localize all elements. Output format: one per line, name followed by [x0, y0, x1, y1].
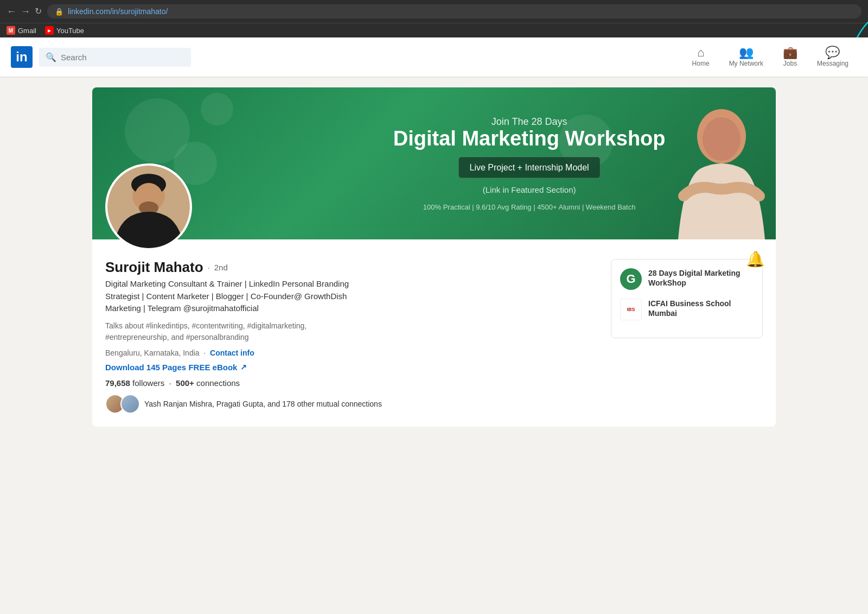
search-input[interactable] [61, 53, 184, 62]
location-text: Bengaluru, Karnataka, India [105, 349, 200, 357]
address-bar[interactable]: 🔒 linkedin.com/in/surojitmahato/ [47, 4, 861, 18]
bell-icon-container: 🔔 [746, 250, 765, 268]
external-link-icon: ↗ [240, 363, 247, 371]
banner-badge: Live Project + Internship Model [458, 156, 601, 178]
experience-item-1: G 28 Days Digital Marketing WorkShop [620, 268, 754, 290]
linkedin-logo[interactable]: in [11, 46, 33, 68]
exp-info-1: 28 Days Digital Marketing WorkShop [648, 268, 741, 288]
mutual-connections: Yash Ranjan Mishra, Pragati Gupta, and 1… [105, 394, 600, 414]
mutual-avatars [105, 394, 140, 414]
exp-info-2: ICFAI Business School Mumbai [648, 299, 731, 318]
profile-stats: 79,658 followers · 500+ connections [105, 378, 600, 388]
mutual-avatar-2 [120, 394, 140, 414]
nav-network[interactable]: 👥 My Network [720, 43, 772, 71]
nav-home[interactable]: ⌂ Home [684, 43, 718, 71]
bookmark-gmail[interactable]: M Gmail [7, 26, 36, 35]
profile-info-row: Surojit Mahato · 2nd Digital Marketing C… [105, 239, 763, 414]
refresh-button[interactable]: ↻ [35, 7, 42, 16]
profile-name: Surojit Mahato [105, 259, 203, 276]
exp-logo-1: G [620, 268, 642, 290]
network-label: My Network [729, 60, 763, 67]
profile-headline: Digital Marketing Consultant & Trainer |… [105, 278, 600, 315]
connection-degree: 2nd [214, 263, 228, 272]
followers-label: followers [132, 378, 164, 388]
profile-section: 🔔 [92, 239, 776, 427]
bookmark-youtube[interactable]: ▶ YouTube [45, 26, 84, 35]
exp-name-1: 28 Days Digital Marketing WorkShop [648, 268, 741, 288]
forward-button[interactable]: → [21, 7, 30, 16]
profile-name-container: Surojit Mahato · 2nd [105, 259, 600, 276]
messaging-label: Messaging [817, 60, 848, 67]
search-bar[interactable]: 🔍 [39, 48, 191, 67]
jobs-label: Jobs [783, 60, 797, 67]
exp-name-2: ICFAI Business School Mumbai [648, 299, 731, 318]
connection-badge: · [208, 263, 210, 272]
jobs-icon: 💼 [783, 47, 797, 59]
ebook-link[interactable]: Download 145 Pages FREE eBook ↗ [105, 363, 600, 372]
svg-point-2 [703, 117, 741, 161]
banner-subtitle: Join The 28 Days [393, 116, 666, 128]
browser-nav-buttons: ← → ↻ [7, 7, 42, 16]
followers-count: 79,658 [105, 378, 130, 388]
home-label: Home [692, 60, 710, 67]
exp-logo-2: IBS [620, 299, 642, 320]
url-text: linkedin.com/in/surojitmahato/ [68, 7, 854, 16]
main-content: Join The 28 Days Digital Marketing Works… [81, 77, 787, 427]
connections-count: 500+ [176, 378, 194, 388]
youtube-label: YouTube [56, 27, 84, 35]
contact-info-link[interactable]: Contact info [210, 349, 254, 357]
banner-link: (Link in Featured Section) [393, 185, 666, 194]
bell-icon[interactable]: 🔔 [746, 251, 765, 268]
profile-banner: Join The 28 Days Digital Marketing Works… [92, 87, 776, 239]
browser-chrome: ← → ↻ 🔒 linkedin.com/in/surojitmahato/ [0, 0, 868, 23]
nav-messaging[interactable]: 💬 Messaging [808, 43, 857, 71]
connections-label: connections [196, 378, 240, 388]
nav-items: ⌂ Home 👥 My Network 💼 Jobs 💬 Messaging [684, 43, 857, 71]
home-icon: ⌂ [697, 47, 704, 59]
nav-jobs[interactable]: 💼 Jobs [774, 43, 806, 71]
network-icon: 👥 [739, 47, 754, 59]
avatar [105, 163, 192, 250]
linkedin-navbar: in 🔍 ⌂ Home 👥 My Network 💼 Jobs 💬 Messag… [0, 37, 868, 77]
back-button[interactable]: ← [7, 7, 16, 16]
gmail-icon: M [7, 26, 15, 35]
lock-icon: 🔒 [55, 8, 63, 16]
search-icon: 🔍 [46, 52, 56, 62]
banner-title: Digital Marketing Workshop [393, 128, 666, 150]
bookmarks-bar: M Gmail ▶ YouTube [0, 23, 868, 37]
banner-stats: 100% Practical | 9.6/10 Avg Rating | 450… [393, 202, 666, 211]
avatar-svg [107, 166, 190, 248]
avatar-container [105, 163, 192, 250]
exp-logo-letter-1: G [626, 272, 635, 286]
gmail-label: Gmail [18, 27, 36, 35]
mutual-text: Yash Ranjan Mishra, Pragati Gupta, and 1… [144, 400, 382, 408]
profile-right: G 28 Days Digital Marketing WorkShop IBS… [611, 259, 763, 414]
ebook-link-text: Download 145 Pages FREE eBook [105, 363, 237, 372]
experience-card: G 28 Days Digital Marketing WorkShop IBS… [611, 259, 763, 338]
banner-person-image [667, 93, 776, 239]
messaging-icon: 💬 [825, 47, 840, 59]
ibs-logo-text: IBS [627, 307, 635, 312]
profile-hashtags: Talks about #linkedintips, #contentwriti… [105, 320, 600, 343]
experience-item-2: IBS ICFAI Business School Mumbai [620, 299, 754, 320]
profile-location: Bengaluru, Karnataka, India · Contact in… [105, 349, 600, 357]
profile-left: Surojit Mahato · 2nd Digital Marketing C… [105, 259, 600, 414]
banner-text-area: Join The 28 Days Digital Marketing Works… [393, 116, 666, 211]
youtube-icon: ▶ [45, 26, 54, 35]
